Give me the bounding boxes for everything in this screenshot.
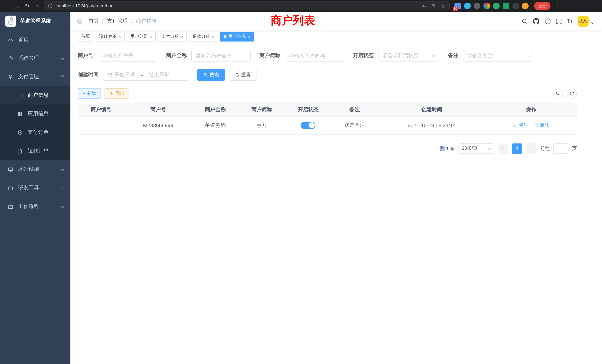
grid-icon (17, 111, 23, 117)
sidebar-item-pay-order[interactable]: 支付订单 (0, 123, 70, 142)
logo-rabbit-icon (5, 16, 16, 27)
extension-icon-multicolor[interactable] (483, 3, 490, 9)
extension-icon-green-square[interactable] (503, 3, 509, 9)
tab-merchant-info[interactable]: 商户信息× (220, 32, 254, 41)
delete-button[interactable]: 删除 (535, 122, 549, 128)
browser-reload-icon[interactable]: ↻ (24, 3, 30, 9)
browser-update-button[interactable]: 更新 (534, 2, 550, 10)
sidebar-item-label: 商户信息 (28, 92, 49, 99)
font-size-icon[interactable]: TT (567, 18, 573, 24)
goto-label: 前往 (540, 145, 550, 152)
bookmark-star-icon[interactable]: ☆ (440, 2, 446, 10)
fullscreen-icon[interactable] (556, 18, 562, 24)
extension-icon-grey[interactable] (474, 3, 480, 9)
show-search-toggle-button[interactable] (553, 88, 563, 98)
sidebar-item-refund-order[interactable]: 退款订单 (0, 142, 70, 160)
full-name-input[interactable] (195, 53, 247, 59)
sidebar-toggle-icon[interactable] (76, 18, 83, 24)
date-start-placeholder: 开始日期 (115, 72, 135, 78)
address-bar[interactable]: localhost:1024/pay/merchant ☆ (44, 1, 450, 10)
document-icon (17, 148, 23, 154)
export-button[interactable]: 导出 (105, 88, 129, 99)
user-avatar[interactable] (578, 16, 589, 27)
tab-refund-order[interactable]: 退款订单× (189, 32, 218, 41)
tab-home[interactable]: 首页 (78, 32, 93, 41)
sidebar-item-label: 应用信息 (28, 110, 49, 117)
page-size-select[interactable]: 10条/页 (459, 143, 494, 154)
merchant-no-input[interactable] (102, 53, 153, 59)
sidebar-item-home[interactable]: 首页 (0, 30, 70, 49)
breadcrumb-payment[interactable]: 支付管理 (107, 18, 128, 24)
sidebar-item-infra[interactable]: 基础设施 (0, 160, 70, 179)
sidebar-item-payment[interactable]: ¥ 支付管理 (0, 67, 70, 86)
date-range-picker[interactable]: 开始日期 - 结束日期 (103, 69, 188, 81)
page-number-1[interactable]: 1 (512, 143, 522, 154)
extension-icon-green-circle[interactable] (493, 3, 500, 9)
short-name-input[interactable] (289, 53, 340, 59)
col-create-time: 创建时间 (378, 103, 486, 116)
prev-page-button[interactable] (498, 143, 508, 154)
breadcrumb-current: 商户信息 (136, 18, 157, 24)
goto-page-input[interactable] (553, 143, 568, 154)
github-icon[interactable] (533, 18, 540, 25)
browser-menu-icon[interactable]: ⋮ (555, 3, 560, 9)
status-select[interactable]: 请选择开启状态 (378, 50, 439, 62)
extension-icon-dark[interactable] (512, 3, 519, 9)
chevron-down-icon (432, 53, 436, 57)
short-name-label: 商户简称 (259, 52, 285, 59)
sidebar-logo[interactable]: 芋道管理系统 (0, 12, 70, 30)
tab-pay-order[interactable]: 支付订单× (158, 32, 187, 41)
breadcrumb-home[interactable]: 首页 (89, 18, 99, 24)
sidebar: 芋道管理系统 首页 系统管理 ¥ 支付管理 (0, 12, 70, 364)
remark-input[interactable] (467, 53, 528, 59)
help-icon[interactable]: ? (545, 18, 551, 24)
monitor-icon (7, 166, 13, 172)
merchant-no-label: 商户号 (78, 52, 98, 59)
edit-button[interactable]: 修改 (513, 122, 528, 128)
browser-back-icon[interactable]: ← (4, 3, 10, 9)
tab-user-group[interactable]: 用户分组× (127, 32, 156, 41)
sidebar-item-label: 退款订单 (28, 148, 49, 154)
close-icon[interactable]: × (150, 34, 152, 39)
plus-icon: + (83, 91, 85, 96)
cell-full-name: 芋道源码 (192, 116, 238, 134)
browser-profile-avatar[interactable] (522, 3, 529, 9)
page-info-icon[interactable] (48, 3, 53, 8)
status-label: 开启状态 (353, 52, 378, 59)
refresh-button[interactable] (567, 88, 577, 98)
url-text[interactable]: localhost:1024/pay/merchant (56, 3, 115, 9)
sidebar-item-app-info[interactable]: 应用信息 (0, 105, 70, 123)
close-icon[interactable]: × (212, 34, 215, 39)
sidebar-item-system[interactable]: 系统管理 (0, 49, 70, 67)
sidebar-item-devtools[interactable]: 研发工具 (0, 179, 70, 197)
chevron-down-icon (61, 56, 64, 60)
remark-input-wrap (463, 50, 532, 62)
extension-icon-teal[interactable] (464, 3, 471, 9)
sidebar-item-label: 支付订单 (28, 129, 49, 136)
cell-short-name: 芋艿 (238, 116, 285, 134)
status-toggle[interactable] (301, 122, 316, 129)
close-icon[interactable]: × (119, 34, 121, 39)
reset-button[interactable]: 重置 (229, 69, 257, 81)
sidebar-item-merchant-info[interactable]: 商户信息 (0, 86, 70, 105)
search-icon[interactable] (522, 18, 528, 24)
browser-home-icon[interactable]: ⌂ (34, 3, 40, 9)
browser-forward-icon[interactable]: → (14, 3, 20, 9)
close-icon[interactable]: × (181, 34, 183, 39)
search-button[interactable]: 搜索 (197, 69, 225, 81)
cell-merchant-id: 1 (78, 116, 124, 134)
close-icon[interactable]: × (248, 34, 251, 39)
chevron-down-icon (61, 167, 64, 171)
share-icon[interactable] (430, 3, 436, 9)
next-page-button[interactable] (526, 143, 536, 154)
tab-process-form[interactable]: 流程表单× (96, 32, 125, 41)
add-button[interactable]: + 新增 (78, 88, 101, 99)
avatar-dropdown-caret-icon[interactable] (591, 21, 595, 24)
extension-icon-badged[interactable]: 10 (454, 3, 461, 9)
sidebar-item-workflow[interactable]: 工作流程 (0, 197, 70, 216)
password-key-icon[interactable] (421, 3, 426, 9)
page-suffix-label: 页 (572, 145, 577, 152)
svg-text:?: ? (547, 19, 549, 23)
briefcase-icon (7, 203, 13, 209)
full-name-input-wrap (191, 50, 251, 62)
